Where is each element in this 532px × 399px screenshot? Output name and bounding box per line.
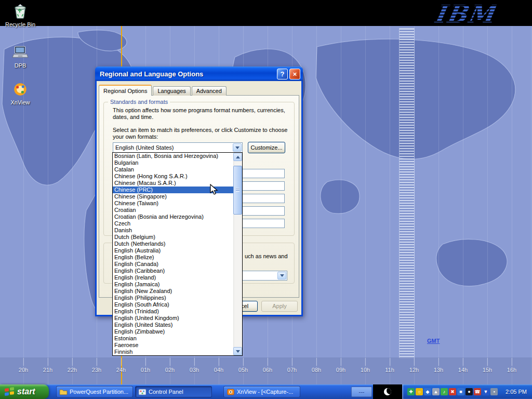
language-option[interactable]: English (Canada): [113, 261, 233, 268]
tray-icon-2[interactable]: ☼: [416, 388, 423, 395]
timezone-label: 15h: [483, 367, 492, 373]
desktop-icon-label: XnView: [0, 99, 41, 105]
xnview-icon: [11, 81, 29, 98]
language-option[interactable]: English (South Africa): [113, 301, 233, 308]
timezone-label: 10h: [361, 367, 370, 373]
mouse-cursor: [210, 184, 220, 195]
desktop-icon-label: Recycle Bin: [0, 21, 41, 28]
start-button-label: start: [17, 387, 35, 396]
scrollbar-thumb[interactable]: [233, 166, 242, 215]
folder-icon: [59, 389, 68, 395]
list-scrollbar[interactable]: [233, 153, 242, 355]
language-option[interactable]: Croatian: [113, 207, 233, 214]
tray-icon-9[interactable]: ☎: [474, 388, 481, 395]
control-panel-icon: [138, 389, 147, 395]
language-option[interactable]: English (Ireland): [113, 274, 233, 281]
timezone-label: 07h: [287, 367, 297, 373]
location-text-fragment: uch as news and: [245, 253, 288, 259]
language-option[interactable]: Czech: [113, 220, 233, 227]
language-option[interactable]: English (Belize): [113, 254, 233, 261]
tray-icon-4[interactable]: ▲: [432, 388, 440, 395]
dialog-titlebar[interactable]: Regional and Language Options ? ×: [95, 66, 303, 81]
scroll-down-button[interactable]: [233, 347, 242, 355]
timezone-label: 06h: [263, 367, 272, 373]
desktop-icon-label: DPB: [0, 62, 41, 69]
language-option[interactable]: Catalan: [113, 166, 233, 173]
taskbar-item-xnview[interactable]: XnView - [<Capture-...: [223, 386, 300, 397]
timezone-label: 20h: [19, 367, 28, 373]
start-button[interactable]: start: [0, 384, 49, 399]
language-option[interactable]: Croatian (Bosnia and Herzegovina): [113, 214, 233, 220]
taskbar-item-powerquest[interactable]: PowerQuest Partition...: [56, 386, 133, 397]
help-button[interactable]: ?: [277, 69, 288, 79]
scroll-up-button[interactable]: [233, 153, 242, 161]
taskbar-item-control-panel[interactable]: Control Panel: [135, 386, 212, 397]
tray-icon-6[interactable]: ✖: [449, 388, 456, 395]
language-option[interactable]: English (Jamaica): [113, 281, 233, 288]
language-option[interactable]: Finnish: [113, 349, 233, 355]
combobox-dropdown-button[interactable]: [233, 143, 242, 152]
tab-languages[interactable]: Languages: [153, 86, 190, 96]
language-option[interactable]: English (Caribbean): [113, 268, 233, 274]
tray-icon-7[interactable]: ■: [457, 388, 464, 395]
language-option[interactable]: English (New Zealand): [113, 288, 233, 295]
language-dropdown-items: Bosnian (Latin, Bosnia and Herzegovina) …: [113, 153, 233, 355]
scroll-down-icon: [236, 350, 240, 353]
chevron-down-icon: [280, 274, 284, 277]
desktop-icon-xnview[interactable]: XnView: [0, 81, 41, 105]
tray-icon-3[interactable]: ◆: [424, 388, 431, 395]
taskbar-item-label: XnView - [<Capture-...: [237, 389, 293, 395]
desktop-icon-dpb[interactable]: DPB: [0, 44, 41, 69]
language-option[interactable]: Chinese (Taiwan): [113, 200, 233, 207]
standards-instruction: Select an item to match its preferences,…: [113, 127, 292, 140]
timezone-label: 12h: [409, 367, 419, 373]
tray-icon-1[interactable]: ✚: [407, 388, 415, 395]
timezone-label: 05h: [238, 367, 248, 373]
timezone-label: 08h: [312, 367, 321, 373]
tray-icon-11[interactable]: ▪: [490, 388, 498, 395]
timezone-label: 23h: [92, 367, 101, 373]
combobox-dropdown-button[interactable]: [277, 272, 286, 280]
tray-icon-5[interactable]: ♪: [441, 388, 448, 395]
language-option[interactable]: English (Australia): [113, 247, 233, 254]
timezone-label: 09h: [336, 367, 345, 373]
taskbar-clock[interactable]: 2:05 PM: [506, 384, 527, 399]
dialog-title: Regional and Language Options: [100, 70, 275, 78]
timezone-label: 11h: [385, 367, 394, 373]
language-combobox[interactable]: English (United States): [113, 142, 243, 153]
timezone-label: 02h: [165, 367, 175, 373]
customize-button[interactable]: Customize...: [248, 142, 285, 153]
taskbar-black-band[interactable]: [373, 384, 402, 399]
language-option[interactable]: English (Zimbabwe): [113, 328, 233, 335]
close-button[interactable]: ×: [289, 69, 300, 79]
taskbar-toolbar-band[interactable]: ---: [351, 387, 372, 397]
language-option[interactable]: English (United Kingdom): [113, 315, 233, 322]
language-option[interactable]: Dutch (Belgium): [113, 234, 233, 241]
taskbar: start PowerQuest Partition... Control Pa…: [0, 384, 532, 399]
tray-icon-8[interactable]: ●: [466, 388, 473, 395]
standards-description: This option affects how some programs fo…: [113, 107, 292, 121]
crescent-logo-icon: [384, 388, 391, 395]
gmt-label: GMT: [427, 338, 440, 344]
tray-icon-10[interactable]: ▼: [482, 388, 489, 395]
desktop-icon-recycle-bin[interactable]: Recycle Bin: [0, 3, 41, 28]
language-option[interactable]: Danish: [113, 227, 233, 234]
language-option[interactable]: Dutch (Netherlands): [113, 241, 233, 247]
dateline-hatch-band: [400, 29, 414, 357]
language-option[interactable]: English (Philippines): [113, 295, 233, 301]
timezone-label: 22h: [68, 367, 77, 373]
language-option[interactable]: English (Trinidad): [113, 308, 233, 315]
language-combobox-value: English (United States): [115, 144, 174, 151]
language-option[interactable]: Bulgarian: [113, 159, 233, 166]
apply-button: Apply: [261, 301, 298, 312]
language-option[interactable]: English (United States): [113, 322, 233, 328]
language-option[interactable]: Bosnian (Latin, Bosnia and Herzegovina): [113, 153, 233, 159]
language-option[interactable]: Faeroese: [113, 342, 233, 349]
language-option[interactable]: Chinese (Hong Kong S.A.R.): [113, 173, 233, 180]
group-caption: Standards and formats: [108, 99, 170, 105]
timezone-label: 14h: [458, 367, 468, 373]
language-option[interactable]: Estonian: [113, 335, 233, 342]
tab-regional-options[interactable]: Regional Options: [99, 85, 152, 96]
taskbar-item-label: Control Panel: [149, 389, 183, 395]
tab-advanced[interactable]: Advanced: [192, 86, 227, 96]
